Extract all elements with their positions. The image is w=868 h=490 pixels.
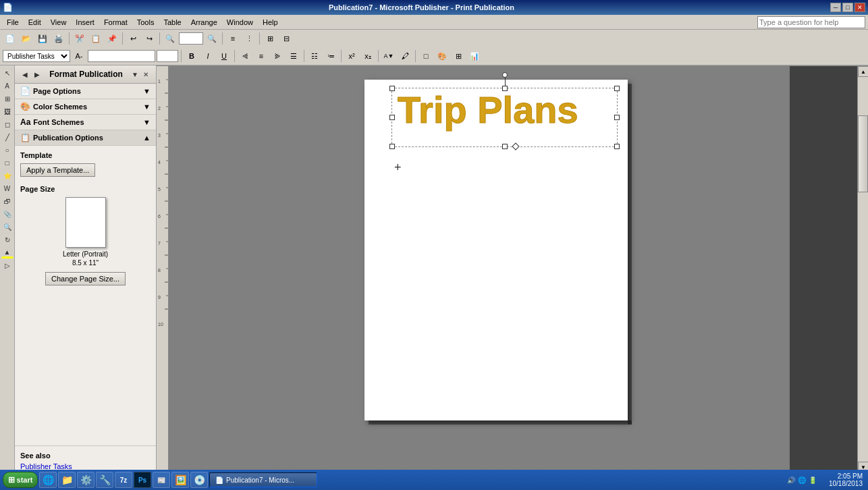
taskbar-app-7z[interactable]: 7z [115, 472, 132, 488]
menu-help[interactable]: Help [259, 17, 282, 28]
taskbar-app-tool[interactable]: 🔧 [96, 472, 113, 488]
menu-insert[interactable]: Insert [72, 17, 99, 28]
clip-art-tool[interactable]: 📎 [1, 208, 13, 220]
zoom-input[interactable]: 57% [179, 32, 203, 45]
menu-format[interactable]: Format [100, 17, 132, 28]
change-page-size-button[interactable]: Change Page Size... [45, 272, 126, 285]
align-left-button[interactable]: ⫷ [238, 49, 252, 63]
insert-table-button[interactable]: 📊 [467, 49, 482, 63]
more-button-2[interactable]: ⊟ [279, 32, 294, 45]
save-button[interactable]: 💾 [35, 32, 50, 45]
justify-button[interactable]: ☰ [286, 49, 301, 63]
taskbar-app-images[interactable]: 🖼️ [171, 472, 189, 488]
superscript-button[interactable]: x² [344, 49, 359, 63]
format-panel-nav-back[interactable]: ◀ [20, 70, 30, 79]
canvas-scroll-area[interactable]: Trip Plans + [169, 66, 857, 472]
pointer-tool[interactable]: ↖ [1, 67, 13, 79]
tray-icon-1[interactable]: 🔊 [787, 477, 795, 484]
font-size-decrease[interactable]: A- [72, 49, 86, 63]
font-schemes-section-header[interactable]: Aa Font Schemes ▼ [15, 115, 156, 130]
handle-ml[interactable] [389, 115, 395, 120]
table-button[interactable]: ⊞ [451, 49, 466, 63]
apply-template-button[interactable]: Apply a Template... [20, 163, 95, 177]
minimize-button[interactable]: ─ [830, 3, 841, 12]
scroll-track-v[interactable] [858, 77, 868, 462]
background-button[interactable]: 🎨 [435, 49, 450, 63]
menu-table[interactable]: Table [159, 17, 185, 28]
handle-tm[interactable] [502, 86, 508, 91]
table-tool[interactable]: ⊞ [1, 92, 13, 105]
text-box[interactable]: Trip Plans [391, 88, 618, 147]
vertical-scrollbar[interactable]: ▲ ▼ [857, 66, 868, 472]
picture-tool[interactable]: 🖼 [1, 105, 13, 117]
wordart-tool[interactable]: W [1, 182, 13, 194]
bold-button[interactable]: B [184, 49, 199, 63]
redo-button[interactable]: ↪ [142, 32, 157, 45]
format-panel-nav-forward[interactable]: ▶ [32, 70, 42, 79]
highlight-button[interactable]: 🖍 [398, 49, 412, 63]
align-center-button[interactable]: ≡ [254, 49, 269, 63]
menu-tools[interactable]: Tools [133, 17, 159, 28]
zoom-in-button[interactable]: 🔍 [205, 32, 219, 45]
start-button[interactable]: ⊞ start [3, 472, 38, 488]
menu-file[interactable]: File [3, 17, 23, 28]
handle-bl[interactable] [389, 144, 395, 149]
scroll-up-button[interactable]: ▲ [858, 66, 868, 77]
rect-tool[interactable]: □ [1, 157, 13, 169]
handle-tl[interactable] [389, 86, 395, 91]
new-button[interactable]: 📄 [3, 32, 18, 45]
taskbar-active-app[interactable]: 📄 Publication7 - Micros... [209, 472, 317, 487]
page-options-section-header[interactable]: 📄 Page Options ▼ [15, 84, 156, 99]
underline-button[interactable]: U [217, 49, 232, 63]
copy-button[interactable]: 📋 [88, 32, 103, 45]
taskbar-app-folder[interactable]: 📁 [58, 472, 76, 488]
menu-edit[interactable]: Edit [24, 17, 45, 28]
menu-view[interactable]: View [47, 17, 71, 28]
autoshapes-tool[interactable]: ⭐ [1, 169, 13, 182]
more-button-1[interactable]: ⊞ [263, 32, 277, 45]
taskbar-clock[interactable]: 2:05 PM 10/18/2013 [818, 472, 865, 487]
help-search-input[interactable] [757, 16, 865, 28]
border-button[interactable]: □ [418, 49, 433, 63]
custom-rotate[interactable]: ▷ [1, 259, 13, 271]
task-select[interactable]: Publisher Tasks [3, 50, 70, 62]
zoom-tool[interactable]: 🔍 [1, 221, 13, 233]
shapes-tool[interactable]: ◻ [1, 118, 13, 130]
cut-button[interactable]: ✂️ [72, 32, 87, 45]
format-panel-dropdown[interactable]: ▼ [130, 70, 140, 79]
bullet-button[interactable]: ☷ [307, 49, 322, 63]
design-gallery-tool[interactable]: 🗗 [1, 195, 13, 207]
italic-button[interactable]: I [200, 49, 215, 63]
font-color-button[interactable]: A▼ [381, 49, 396, 63]
taskbar-app-settings[interactable]: ⚙️ [77, 472, 94, 488]
handle-br[interactable] [614, 144, 620, 149]
handle-tr[interactable] [614, 86, 620, 91]
taskbar-app-globe[interactable]: 🌐 [39, 472, 57, 488]
tray-icon-2[interactable]: 🌐 [798, 477, 806, 484]
diamond-handle[interactable] [512, 142, 519, 150]
tray-icon-3[interactable]: 🔋 [809, 477, 817, 484]
handle-bm[interactable] [502, 144, 508, 149]
publication-options-section-header[interactable]: 📋 Publication Options ▲ [15, 130, 156, 146]
oval-tool[interactable]: ○ [1, 144, 13, 156]
close-button[interactable]: ✕ [855, 3, 865, 12]
line-tool[interactable]: ╱ [1, 131, 13, 143]
open-button[interactable]: 📂 [19, 32, 34, 45]
numbered-button[interactable]: ≔ [323, 49, 338, 63]
menu-window[interactable]: Window [223, 17, 257, 28]
zoom-out-button[interactable]: 🔍 [163, 32, 178, 45]
undo-button[interactable]: ↩ [126, 32, 140, 45]
taskbar-app-ps[interactable]: Ps [134, 472, 151, 488]
rotation-handle[interactable] [502, 72, 508, 78]
taskbar-app-publisher[interactable]: 📰 [153, 472, 170, 488]
taskbar-app-disc[interactable]: 💿 [190, 472, 208, 488]
menu-arrange[interactable]: Arrange [187, 17, 221, 28]
handle-mr[interactable] [614, 115, 620, 120]
maximize-button[interactable]: □ [842, 3, 853, 12]
color-schemes-section-header[interactable]: 🎨 Color Schemes ▼ [15, 99, 156, 115]
columns-button[interactable]: ⋮ [242, 32, 256, 45]
font-family-input[interactable] [88, 50, 155, 62]
fill-color-tool[interactable]: ▲ [1, 246, 13, 258]
print-button[interactable]: 🖨️ [51, 32, 66, 45]
format-panel-close[interactable]: ✕ [141, 70, 151, 79]
